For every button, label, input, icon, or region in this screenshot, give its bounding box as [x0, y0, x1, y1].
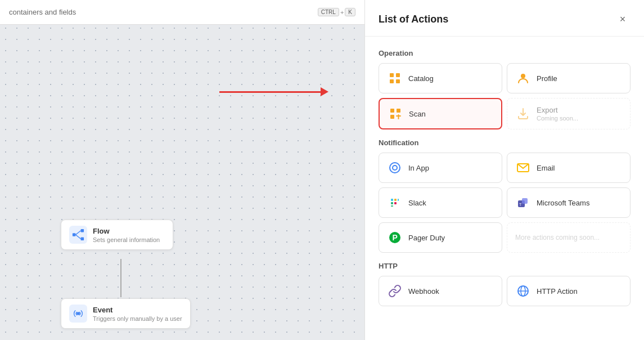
plus-separator: +	[340, 9, 344, 16]
http-icon	[515, 283, 531, 299]
inapp-label: In App	[408, 164, 429, 172]
search-label: containers and fields	[9, 8, 76, 16]
slack-label: Slack	[408, 199, 426, 207]
profile-icon	[515, 70, 531, 86]
event-node-text: Event Triggers only manually by a user	[93, 306, 182, 322]
svg-rect-11	[390, 109, 394, 113]
svg-rect-7	[396, 73, 400, 77]
pagerduty-icon: P	[387, 230, 403, 245]
canvas-area: containers and fields CTRL + K Flow Sets…	[0, 0, 364, 340]
event-node-title: Event	[93, 306, 182, 314]
svg-point-17	[393, 165, 397, 170]
svg-rect-9	[396, 79, 400, 83]
toolbar-search: containers and fields	[9, 8, 76, 16]
export-sub: Coming soon...	[537, 115, 578, 122]
panel-header: List of Actions ×	[365, 0, 644, 37]
ctrl-key: CTRL	[318, 8, 339, 16]
svg-rect-2	[81, 238, 84, 241]
canvas-toolbar: containers and fields CTRL + K	[0, 0, 364, 25]
flow-node-text: Flow Sets general information	[93, 227, 160, 243]
svg-rect-8	[390, 79, 394, 83]
section-label-notification: Notification	[379, 138, 631, 147]
svg-text:P: P	[393, 233, 398, 242]
pagerduty-label: Pager Duty	[408, 234, 445, 242]
catalog-label: Catalog	[408, 74, 434, 83]
action-msteams[interactable]: T Microsoft Teams	[507, 187, 631, 218]
svg-rect-0	[73, 233, 76, 236]
action-http[interactable]: HTTP Action	[507, 276, 631, 306]
section-label-operation: Operation	[379, 49, 631, 57]
svg-rect-24	[391, 205, 393, 207]
catalog-icon	[387, 70, 403, 86]
flow-node-icon	[69, 226, 87, 244]
export-icon	[515, 106, 531, 122]
action-email[interactable]: Email	[507, 153, 631, 183]
connector-line	[120, 259, 121, 297]
scan-label: Scan	[409, 110, 426, 118]
action-export: Export Coming soon...	[507, 98, 631, 129]
http-grid: Webhook HTTP Action	[379, 276, 631, 306]
webhook-label: Webhook	[408, 287, 439, 296]
http-label: HTTP Action	[537, 287, 578, 296]
svg-line-4	[75, 235, 80, 239]
action-slack[interactable]: Slack	[379, 187, 502, 218]
flow-node-title: Flow	[93, 227, 160, 235]
arrow-pointer	[219, 87, 328, 96]
svg-rect-19	[391, 199, 393, 201]
event-node-subtitle: Triggers only manually by a user	[93, 315, 182, 322]
action-more: More actions coming soon...	[507, 222, 631, 253]
svg-rect-23	[398, 199, 399, 201]
notification-grid: In App Email	[379, 153, 631, 253]
action-scan[interactable]: Scan	[379, 98, 502, 129]
panel-title: List of Actions	[379, 14, 448, 25]
webhook-icon	[387, 283, 403, 299]
svg-rect-21	[394, 199, 397, 201]
export-text: Export Coming soon...	[537, 106, 578, 122]
action-profile[interactable]: Profile	[507, 63, 631, 93]
email-label: Email	[537, 164, 555, 172]
svg-rect-20	[391, 202, 393, 204]
action-pagerduty[interactable]: P Pager Duty	[379, 222, 502, 253]
email-icon	[515, 160, 531, 176]
slack-icon	[387, 195, 403, 211]
k-key: K	[345, 8, 355, 16]
flow-node[interactable]: Flow Sets general information	[61, 220, 173, 250]
actions-panel: List of Actions × Operation Catalog	[364, 0, 644, 340]
operation-grid: Catalog Profile	[379, 63, 631, 129]
svg-text:T: T	[519, 203, 522, 207]
close-button[interactable]: ×	[615, 11, 631, 27]
action-catalog[interactable]: Catalog	[379, 63, 502, 93]
svg-rect-1	[81, 229, 84, 232]
more-label: More actions coming soon...	[515, 234, 600, 241]
scan-icon	[388, 106, 403, 122]
svg-rect-13	[390, 115, 394, 119]
event-node[interactable]: Event Triggers only manually by a user	[61, 298, 191, 329]
arrow-line	[219, 91, 321, 93]
msteams-icon: T	[515, 195, 531, 211]
svg-rect-22	[394, 202, 397, 204]
section-label-http: HTTP	[379, 262, 631, 270]
panel-content: Operation Catalog	[365, 37, 644, 324]
svg-rect-6	[390, 73, 394, 77]
svg-point-16	[390, 163, 400, 173]
svg-rect-26	[522, 198, 528, 204]
svg-line-3	[75, 231, 80, 235]
svg-point-10	[521, 74, 525, 78]
svg-rect-12	[397, 109, 400, 113]
shortcut-badge: CTRL + K	[318, 8, 355, 16]
inapp-icon	[387, 160, 403, 176]
svg-point-5	[76, 312, 80, 315]
flow-node-subtitle: Sets general information	[93, 236, 160, 243]
action-webhook[interactable]: Webhook	[379, 276, 502, 306]
profile-label: Profile	[537, 74, 557, 83]
event-node-icon	[69, 305, 87, 323]
export-label: Export	[537, 106, 578, 114]
action-inapp[interactable]: In App	[379, 153, 502, 183]
msteams-label: Microsoft Teams	[537, 199, 589, 207]
arrow-head	[321, 87, 328, 96]
